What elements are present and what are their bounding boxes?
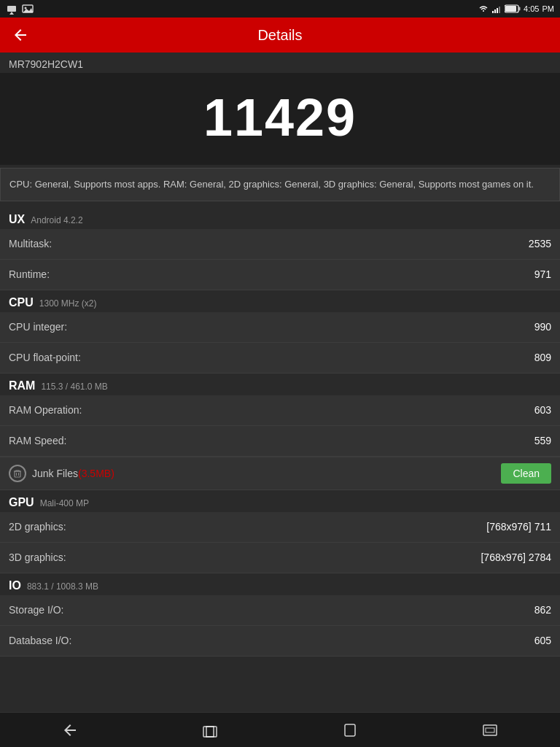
ram-subtitle: 115.3 / 461.0 MB bbox=[41, 382, 107, 392]
svg-marker-1 bbox=[9, 12, 14, 15]
back-button[interactable] bbox=[9, 23, 32, 47]
recents-nav-icon bbox=[341, 721, 359, 739]
photo-icon bbox=[22, 3, 34, 15]
time-display: 4:05 bbox=[524, 4, 539, 13]
battery-icon bbox=[505, 4, 521, 13]
runtime-value: 971 bbox=[534, 268, 551, 280]
signal-icon bbox=[491, 4, 502, 14]
device-id: MR7902H2CW1 bbox=[0, 53, 560, 73]
cpu-integer-row: CPU integer: 990 bbox=[0, 312, 560, 343]
svg-rect-5 bbox=[492, 11, 494, 13]
ram-section-header: RAM 115.3 / 461.0 MB bbox=[0, 374, 560, 395]
ram-speed-row: RAM Speed: 559 bbox=[0, 426, 560, 457]
cpu-float-row: CPU float-point: 809 bbox=[0, 343, 560, 374]
runtime-row: Runtime: 971 bbox=[0, 260, 560, 290]
3d-graphics-value: [768x976] 2784 bbox=[481, 551, 551, 563]
ux-subtitle: Android 4.2.2 bbox=[31, 215, 82, 225]
cpu-section-header: CPU 1300 MHz (x2) bbox=[0, 290, 560, 312]
cpu-float-label: CPU float-point: bbox=[9, 352, 81, 363]
junk-icon bbox=[9, 465, 26, 482]
junk-label: Junk Files(3.5MB) bbox=[32, 468, 114, 479]
svg-rect-11 bbox=[505, 6, 516, 12]
gpu-subtitle: Mali-400 MP bbox=[40, 498, 89, 508]
ram-operation-label: RAM Operation: bbox=[9, 404, 82, 416]
ram-speed-value: 559 bbox=[534, 435, 551, 446]
recents-nav-button[interactable] bbox=[332, 713, 368, 748]
main-content: MR7902H2CW1 11429 CPU: General, Supports… bbox=[0, 53, 560, 712]
menu-nav-button[interactable] bbox=[472, 713, 508, 748]
app-bar: Details bbox=[0, 18, 560, 53]
io-section-header: IO 883.1 / 1008.3 MB bbox=[0, 573, 560, 595]
status-right: 4:05 PM bbox=[478, 4, 554, 14]
multitask-row: Multitask: 2535 bbox=[0, 229, 560, 260]
cpu-float-value: 809 bbox=[534, 352, 551, 363]
svg-rect-17 bbox=[206, 727, 214, 737]
ram-title: RAM bbox=[9, 379, 35, 392]
back-nav-button[interactable] bbox=[52, 713, 88, 748]
ux-title: UX bbox=[9, 213, 25, 226]
cpu-integer-label: CPU integer: bbox=[9, 321, 67, 333]
home-nav-icon bbox=[201, 721, 219, 739]
2d-graphics-value: [768x976] 711 bbox=[486, 521, 551, 533]
svg-rect-18 bbox=[345, 724, 355, 736]
cpu-integer-value: 990 bbox=[534, 321, 551, 333]
menu-nav-icon bbox=[481, 721, 499, 739]
status-icons-left bbox=[6, 3, 34, 15]
2d-graphics-row: 2D graphics: [768x976] 711 bbox=[0, 512, 560, 543]
svg-rect-7 bbox=[497, 8, 498, 13]
clean-button[interactable]: Clean bbox=[501, 463, 551, 484]
junk-size: (3.5MB) bbox=[78, 468, 114, 479]
gpu-section-header: GPU Mali-400 MP bbox=[0, 490, 560, 512]
io-title: IO bbox=[9, 579, 21, 592]
cpu-title: CPU bbox=[9, 296, 34, 309]
back-nav-icon bbox=[61, 721, 79, 739]
svg-rect-20 bbox=[486, 728, 494, 732]
wifi-icon bbox=[478, 4, 489, 14]
gpu-title: GPU bbox=[9, 496, 34, 509]
back-arrow-icon bbox=[12, 26, 29, 44]
ram-operation-row: RAM Operation: 603 bbox=[0, 395, 560, 426]
database-io-value: 605 bbox=[534, 635, 551, 646]
home-nav-button[interactable] bbox=[192, 713, 228, 748]
svg-rect-10 bbox=[519, 7, 521, 11]
io-subtitle: 883.1 / 1008.3 MB bbox=[27, 581, 98, 592]
storage-io-row: Storage I/O: 862 bbox=[0, 595, 560, 626]
multitask-label: Multitask: bbox=[9, 238, 52, 249]
3d-graphics-row: 3D graphics: [768x976] 2784 bbox=[0, 543, 560, 573]
ram-speed-label: RAM Speed: bbox=[9, 435, 66, 446]
description-text: CPU: General, Supports most apps. RAM: G… bbox=[0, 168, 560, 201]
benchmark-score: 11429 bbox=[203, 88, 357, 147]
database-io-row: Database I/O: 605 bbox=[0, 626, 560, 657]
nav-bar bbox=[0, 712, 560, 747]
notification-icon bbox=[6, 3, 18, 15]
storage-io-value: 862 bbox=[534, 604, 551, 616]
page-title: Details bbox=[44, 27, 516, 44]
ampm-display: PM bbox=[542, 4, 555, 13]
score-container: 11429 bbox=[0, 73, 560, 165]
svg-rect-16 bbox=[203, 727, 217, 737]
svg-rect-6 bbox=[494, 9, 496, 13]
runtime-label: Runtime: bbox=[9, 268, 50, 280]
svg-rect-0 bbox=[7, 6, 16, 12]
junk-left-side: Junk Files(3.5MB) bbox=[9, 465, 114, 482]
2d-graphics-label: 2D graphics: bbox=[9, 521, 66, 533]
database-io-label: Database I/O: bbox=[9, 635, 71, 646]
ram-operation-value: 603 bbox=[534, 404, 551, 416]
svg-rect-12 bbox=[15, 471, 20, 477]
ux-section-header: UX Android 4.2.2 bbox=[0, 207, 560, 229]
storage-io-label: Storage I/O: bbox=[9, 604, 63, 616]
svg-rect-8 bbox=[499, 7, 500, 13]
3d-graphics-label: 3D graphics: bbox=[9, 551, 66, 563]
junk-files-row: Junk Files(3.5MB) Clean bbox=[0, 457, 560, 490]
multitask-value: 2535 bbox=[529, 238, 551, 249]
cpu-subtitle: 1300 MHz (x2) bbox=[39, 298, 97, 309]
status-bar: 4:05 PM bbox=[0, 0, 560, 18]
